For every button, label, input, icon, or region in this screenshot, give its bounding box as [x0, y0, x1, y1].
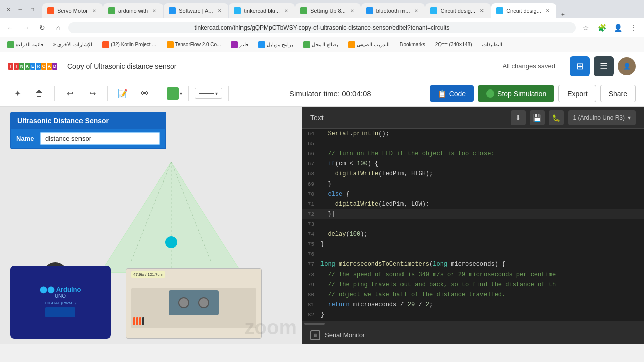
tab-bar: Servo Motor ✕ arduino with ✕ Software | … — [38, 0, 640, 18]
bookmark-tensorflow[interactable]: TensorFlow 2.0 Co... — [164, 40, 224, 49]
bookmark-reading-list[interactable]: قائمة القراءة — [4, 40, 46, 49]
tab-label: bluetooth m... — [376, 8, 410, 14]
tab-software[interactable]: Software | A... ✕ — [164, 3, 228, 18]
close-window-btn[interactable]: ✕ — [4, 5, 12, 13]
code-line-81: 81 return microseconds / 29 / 2; — [302, 300, 644, 310]
serial-monitor[interactable]: 🖥 Serial Monitor — [302, 326, 644, 344]
arduino-board-content: ⬤⬤ Arduino UNO DIGITAL (PWM~) — [40, 286, 82, 319]
toolbar-sep3 — [160, 86, 160, 101]
bookmark-apps[interactable]: التطبيقات — [479, 41, 505, 48]
home-btn[interactable]: ⌂ — [52, 22, 64, 34]
tab-circuit1[interactable]: Circuit desig... ✕ — [425, 3, 491, 18]
canvas-area[interactable]: Ultrasonic Distance Sensor Name ⊕ — [0, 107, 302, 344]
tab-close-servo[interactable]: ✕ — [91, 7, 98, 14]
download-btn[interactable]: ⬇ — [511, 110, 526, 125]
canvas-view-btn[interactable]: ⊞ — [570, 56, 590, 76]
save-file-btn[interactable]: 💾 — [530, 110, 545, 125]
toolbar-sep5 — [228, 86, 229, 101]
note-btn[interactable]: 📝 — [114, 84, 132, 103]
breadboard[interactable]: 47.9io / 121.7cm — [126, 268, 262, 339]
arduino-chip — [45, 307, 75, 317]
export-btn[interactable]: Export — [558, 85, 596, 102]
bookmark-star-btn[interactable]: ☆ — [580, 22, 592, 34]
code-line-74: 74 delay(100); — [302, 229, 644, 239]
tab-close-software[interactable]: ✕ — [216, 7, 223, 14]
bookmark-filter[interactable]: فلتر — [228, 40, 251, 49]
logo-letters: T I N K E R C A D — [8, 63, 57, 70]
code-line-71: 71 digitalWrite(ledPin, LOW); — [302, 199, 644, 209]
back-btn[interactable]: ← — [4, 22, 16, 34]
toolbar-sep1 — [54, 86, 55, 101]
tab-close-circuit2[interactable]: ✕ — [544, 7, 551, 14]
tab-close-setting[interactable]: ✕ — [349, 7, 356, 14]
code-btn[interactable]: 📋 Code — [430, 85, 474, 102]
board-selector[interactable]: 1 (Arduino Uno R3) ▾ — [568, 110, 636, 125]
view-btn[interactable]: 👁 — [136, 84, 154, 103]
us-receiver — [198, 297, 209, 308]
user-avatar[interactable]: 👤 — [618, 57, 636, 75]
color-picker[interactable]: ▾ — [167, 87, 182, 100]
code-editor[interactable]: 64 Serial.println(); 65 66 // Turn on th… — [302, 129, 644, 321]
tab-tinkercad-blu[interactable]: tinkercad blu... ✕ — [229, 3, 295, 18]
refresh-btn[interactable]: ↻ — [36, 22, 48, 34]
debug-btn[interactable]: 🐛 — [549, 110, 564, 125]
code-line-67: 67 if(cm < 100) { — [302, 159, 644, 169]
line-style-btn[interactable]: ▾ — [195, 88, 222, 99]
save-status: All changes saved — [502, 62, 555, 70]
code-line-78: 78 // The speed of sound is 340 m/s or 2… — [302, 269, 644, 280]
tab-close-tinkercad[interactable]: ✕ — [283, 7, 290, 14]
tab-arduino-with[interactable]: arduino with ✕ — [103, 3, 163, 18]
new-tab-btn[interactable]: + — [559, 10, 567, 18]
undo-btn[interactable]: ↩ — [61, 84, 79, 103]
h-scroll-thumb — [304, 323, 325, 325]
minimize-window-btn[interactable]: ─ — [16, 5, 24, 13]
bookmark-training[interactable]: التدريب الصيفي — [345, 40, 393, 49]
toolbar-sep2 — [107, 86, 108, 101]
bookmark-mobile-apps[interactable]: برامج موبايل — [255, 40, 296, 49]
tab-label: Software | A... — [179, 8, 213, 14]
us-emitter — [178, 297, 189, 308]
menu-btn[interactable]: ⋮ — [628, 22, 640, 34]
trash-btn[interactable]: 🗑 — [30, 84, 48, 103]
code-header: Text ⬇ 💾 🐛 1 (Arduino Uno R3) ▾ — [302, 107, 644, 129]
stop-simulation-btn[interactable]: Stop Simulation — [478, 85, 554, 102]
tab-close-bluetooth[interactable]: ✕ — [413, 7, 420, 14]
tab-bluetooth[interactable]: bluetooth m... ✕ — [361, 3, 425, 18]
tab-close-arduino[interactable]: ✕ — [151, 7, 158, 14]
logo-r1: R — [36, 63, 41, 70]
sensor-panel: Ultrasonic Distance Sensor Name — [10, 112, 166, 149]
bookmark-store[interactable]: بضائع المحل — [300, 40, 341, 49]
code-line-80: 80 // object we take half of the distanc… — [302, 290, 644, 300]
tab-servo-motor[interactable]: Servo Motor ✕ — [42, 3, 103, 18]
bookmark-bookmarks[interactable]: Bookmarks — [397, 41, 428, 48]
sensor-name-input[interactable] — [40, 132, 160, 145]
forward-btn[interactable]: → — [20, 22, 32, 34]
code-line-82: 82 } — [302, 310, 644, 320]
top-actions: ⊞ ☰ 👤 — [570, 56, 636, 76]
address-input[interactable] — [68, 22, 576, 33]
share-btn[interactable]: Share — [600, 85, 636, 102]
stop-btn-label: Stop Simulation — [497, 89, 546, 98]
address-bar-row: ← → ↻ ⌂ ☆ 🧩 👤 ⋮ — [0, 18, 644, 37]
bookmark-other[interactable]: » الإشارات الأخرى — [50, 41, 95, 48]
arduino-board[interactable]: ⬤⬤ Arduino UNO DIGITAL (PWM~) — [10, 266, 111, 339]
breadboard-rows — [131, 288, 256, 328]
list-view-btn[interactable]: ☰ — [594, 56, 614, 76]
tab-circuit2[interactable]: Circuit desig... ✕ — [491, 3, 556, 18]
breadboard-reading: 47.9io / 121.7cm — [133, 272, 163, 277]
redo-btn[interactable]: ↪ — [83, 84, 101, 103]
horizontal-scrollbar[interactable] — [302, 321, 644, 326]
tab-setting-up[interactable]: Setting Up 8... ✕ — [295, 3, 361, 18]
tab-close-circuit1[interactable]: ✕ — [478, 7, 486, 14]
profile-btn[interactable]: 👤 — [612, 22, 624, 34]
main-content: Ultrasonic Distance Sensor Name ⊕ — [0, 107, 644, 344]
bookmark-image[interactable]: 2Q== (340×148) — [432, 41, 475, 48]
breadboard-row1 — [133, 290, 254, 315]
extensions-btn[interactable]: 🧩 — [596, 22, 608, 34]
browser-chrome: ✕ ─ □ Servo Motor ✕ arduino with ✕ Softw… — [0, 0, 644, 52]
bookmark-kotlin[interactable]: (32) Kotlin Project ... — [99, 40, 159, 49]
code-btn-label: Code — [449, 89, 466, 98]
magic-tool-btn[interactable]: ✦ — [8, 84, 26, 103]
maximize-window-btn[interactable]: □ — [28, 5, 36, 13]
logo-i: I — [14, 63, 19, 70]
